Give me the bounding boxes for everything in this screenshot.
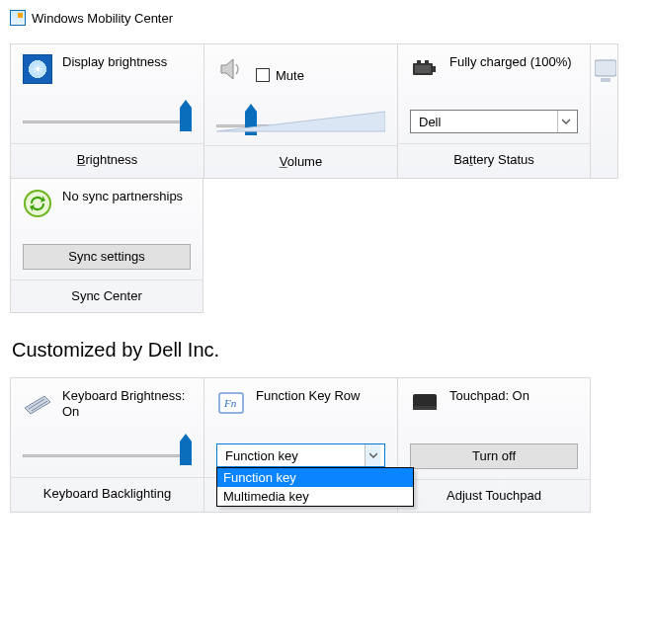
sync-icon [23, 189, 52, 218]
option-multimedia-key[interactable]: Multimedia key [217, 487, 413, 506]
volume-slider[interactable] [216, 116, 385, 135]
checkbox-box [256, 68, 270, 82]
sync-settings-button[interactable]: Sync settings [23, 244, 191, 270]
option-function-key[interactable]: Function key [217, 468, 413, 487]
section-customized: Customized by Dell Inc. [12, 339, 647, 362]
power-plan-value: Dell [419, 115, 441, 129]
brightness-label: Display brightness [62, 54, 167, 96]
function-key-select[interactable]: Function key Function key Multimedia key [216, 443, 385, 467]
battery-label: Fully charged (100%) [449, 54, 572, 96]
function-key-dropdown: Function key Multimedia key [216, 467, 414, 507]
tile-function-key-row: Fn Function Key Row Function key Functio… [203, 377, 397, 513]
sync-label: No sync partnerships [62, 189, 183, 230]
mute-label: Mute [276, 68, 304, 83]
sync-footer: Sync Center [11, 280, 203, 312]
touchpad-turn-off-button[interactable]: Turn off [410, 443, 578, 469]
svg-rect-15 [413, 406, 425, 410]
tile-volume: Mute Volume [203, 43, 397, 179]
fn-key-icon: Fn [216, 388, 246, 418]
tiles-row-2: No sync partnerships Sync settings Sync … [10, 179, 647, 313]
svg-rect-2 [433, 66, 436, 72]
function-key-value: Function key [225, 448, 298, 463]
battery-icon [410, 54, 440, 84]
keyboard-backlight-label: Keyboard Brightness: On [62, 388, 192, 430]
speaker-icon [216, 54, 246, 84]
svg-rect-7 [601, 78, 610, 82]
keyboard-icon [23, 388, 52, 418]
svg-rect-16 [425, 406, 437, 410]
tile-battery: Fully charged (100%) Dell Battery Status [397, 43, 591, 179]
tile-brightness: Display brightness Brightness [10, 43, 203, 179]
power-plan-select[interactable]: Dell [410, 110, 578, 133]
function-key-label: Function Key Row [256, 388, 361, 430]
titlebar: Windows Mobility Center [10, 10, 647, 26]
tile-sync: No sync partnerships Sync settings Sync … [10, 179, 203, 313]
touchpad-footer: Adjust Touchpad [398, 479, 590, 512]
app-icon [10, 10, 26, 26]
svg-point-8 [25, 191, 50, 216]
brightness-footer: Brightness [11, 143, 203, 176]
battery-footer: Battery Status [398, 143, 590, 176]
chevron-down-icon [557, 111, 573, 132]
touchpad-icon [410, 388, 440, 418]
tile-cutoff [591, 43, 618, 179]
keyboard-backlight-slider[interactable] [23, 445, 192, 465]
keyboard-backlight-footer: Keyboard Backlighting [11, 477, 203, 510]
mute-checkbox[interactable]: Mute [256, 54, 304, 96]
chevron-down-icon [365, 444, 380, 466]
svg-rect-4 [417, 60, 421, 63]
svg-marker-9 [25, 396, 50, 414]
svg-rect-5 [425, 60, 429, 63]
touchpad-label: Touchpad: On [449, 388, 529, 430]
svg-text:Fn: Fn [223, 397, 237, 409]
brightness-icon [23, 54, 52, 84]
tile-touchpad: Touchpad: On Turn off Adjust Touchpad [397, 377, 591, 513]
window-title: Windows Mobility Center [32, 11, 173, 26]
display-icon [595, 56, 616, 86]
tile-keyboard-backlight: Keyboard Brightness: On Keyboard Backlig… [10, 377, 203, 513]
brightness-slider[interactable] [23, 112, 192, 131]
tiles-row-1: Display brightness Brightness Mute [10, 43, 647, 179]
tiles-row-3: Keyboard Brightness: On Keyboard Backlig… [10, 377, 647, 513]
volume-footer: Volume [204, 145, 397, 178]
svg-rect-3 [415, 65, 431, 73]
svg-rect-6 [595, 60, 616, 76]
